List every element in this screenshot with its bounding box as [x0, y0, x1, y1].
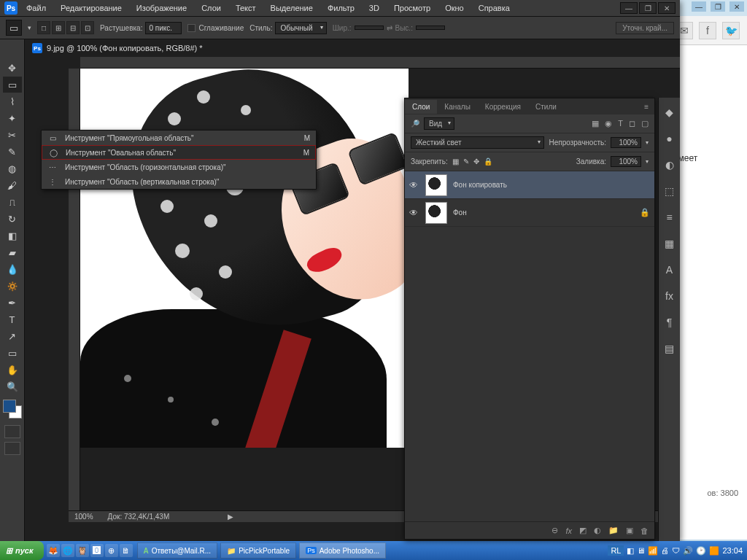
fill-input[interactable]: 100% [611, 156, 641, 167]
adjustment-layer-icon[interactable]: ◐ [594, 526, 601, 535]
facebook-icon[interactable]: f [699, 22, 716, 39]
document-tab[interactable]: Ps 9.jpg @ 100% (Фон копировать, RGB/8#)… [25, 39, 680, 57]
quick-mask-icon[interactable] [4, 425, 20, 438]
layer-name[interactable]: Фон [453, 209, 467, 217]
maximize-icon[interactable]: ❐ [711, 1, 725, 12]
refine-edge-button[interactable]: Уточн. край... [616, 22, 674, 34]
ql-icon[interactable]: 🦊 [47, 544, 60, 557]
stamp-tool-icon[interactable]: ⎍ [3, 194, 22, 210]
chevron-down-icon[interactable]: ▾ [646, 139, 649, 146]
tray-icon[interactable]: 🛡 [672, 546, 680, 555]
dock-icon[interactable]: ◐ [662, 158, 677, 172]
tab-styles[interactable]: Стили [528, 100, 564, 114]
menu-layer[interactable]: Слои [196, 2, 227, 14]
tray-icon[interactable]: ◧ [627, 546, 634, 556]
trash-icon[interactable]: 🗑 [640, 526, 649, 535]
visibility-icon[interactable]: 👁 [409, 208, 419, 218]
panel-menu-icon[interactable]: ≡ [637, 100, 654, 114]
lasso-tool-icon[interactable]: ⌇ [3, 93, 22, 109]
hand-tool-icon[interactable]: ✋ [3, 362, 22, 378]
lock-move-icon[interactable]: ✥ [473, 158, 479, 166]
layer-thumbnail[interactable] [425, 174, 447, 196]
dock-icon[interactable]: ● [662, 131, 677, 146]
selection-sub-icon[interactable]: ⊟ [66, 21, 80, 34]
marquee-tool-icon[interactable]: ▭ [3, 77, 22, 93]
lock-all-icon[interactable]: 🔒 [484, 158, 492, 166]
menu-image[interactable]: Изображение [131, 2, 193, 14]
maximize-button[interactable]: ❐ [639, 2, 657, 14]
dock-icon[interactable]: A [662, 262, 677, 277]
menu-view[interactable]: Просмотр [388, 2, 436, 14]
dock-icon[interactable]: fx [662, 289, 677, 303]
search-icon[interactable]: 🔎 [411, 120, 419, 128]
magic-wand-tool-icon[interactable]: ✦ [3, 110, 22, 126]
dock-icon[interactable]: ▤ [662, 341, 677, 356]
close-icon[interactable]: ✕ [729, 1, 744, 12]
zoom-level[interactable]: 100% [74, 513, 93, 521]
filter-smart-icon[interactable]: ▢ [641, 119, 649, 128]
tab-layers[interactable]: Слои [405, 100, 437, 114]
menu-file[interactable]: Файл [20, 2, 52, 14]
link-layers-icon[interactable]: ⊖ [551, 526, 558, 535]
minimize-button[interactable]: — [620, 2, 638, 14]
lock-trans-icon[interactable]: ▦ [452, 158, 459, 166]
style-dropdown[interactable]: Обычный [275, 22, 326, 34]
tray-icon[interactable]: 📶 [648, 546, 658, 556]
selection-add-icon[interactable]: ⊞ [52, 21, 65, 34]
layer-fx-icon[interactable]: fx [565, 526, 572, 535]
taskbar-button[interactable]: Ps Adobe Photosho... [299, 542, 386, 559]
lock-paint-icon[interactable]: ✎ [463, 158, 469, 166]
crop-tool-icon[interactable]: ✂ [3, 127, 22, 143]
blend-mode-dropdown[interactable]: Жесткий свет [411, 136, 544, 149]
tab-channels[interactable]: Каналы [437, 100, 478, 114]
foreground-color-swatch[interactable] [3, 400, 16, 413]
ql-icon[interactable]: 🅾 [90, 544, 104, 557]
dock-icon[interactable]: ¶ [662, 315, 677, 330]
path-tool-icon[interactable]: ↗ [3, 328, 22, 344]
history-brush-tool-icon[interactable]: ↻ [3, 211, 22, 227]
filter-adjust-icon[interactable]: ◉ [605, 119, 612, 128]
ql-icon[interactable]: 🦉 [76, 544, 89, 557]
color-swatches[interactable] [3, 400, 22, 419]
type-tool-icon[interactable]: T [3, 311, 22, 327]
visibility-icon[interactable]: 👁 [409, 180, 419, 190]
zoom-tool-icon[interactable]: 🔍 [3, 378, 22, 394]
brush-tool-icon[interactable]: 🖌 [3, 177, 22, 193]
layer-name[interactable]: Фон копировать [453, 181, 507, 189]
status-arrow-icon[interactable]: ▶ [228, 513, 233, 521]
new-layer-icon[interactable]: ▣ [626, 526, 633, 535]
taskbar-button[interactable]: A Ответы@Mail.R... [137, 542, 218, 559]
dock-icon[interactable]: ≡ [662, 210, 677, 225]
menu-filter[interactable]: Фильтр [322, 2, 360, 14]
menu-text[interactable]: Текст [230, 2, 262, 14]
flyout-col-marquee[interactable]: ⋮ Инструмент "Область (вертикальная стро… [42, 174, 316, 189]
tray-icon[interactable]: 🖨 [661, 546, 669, 555]
layer-thumbnail[interactable] [425, 202, 447, 224]
menu-3d[interactable]: 3D [363, 2, 385, 14]
dodge-tool-icon[interactable]: 🔅 [3, 278, 22, 294]
shape-tool-icon[interactable]: ▭ [3, 345, 22, 361]
gradient-tool-icon[interactable]: ▰ [3, 244, 22, 260]
tray-icon[interactable]: 🟧 [709, 546, 719, 556]
lang-indicator[interactable]: RL [608, 545, 624, 556]
tray-icon[interactable]: 🖥 [637, 546, 645, 555]
chevron-down-icon[interactable]: ▾ [28, 24, 31, 31]
layer-row[interactable]: 👁 Фон 🔒 [405, 199, 654, 227]
eraser-tool-icon[interactable]: ◧ [3, 228, 22, 244]
filter-shape-icon[interactable]: ◻ [629, 119, 635, 128]
filter-pixel-icon[interactable]: ▦ [592, 119, 599, 128]
selection-new-icon[interactable]: □ [37, 21, 50, 34]
filter-type-icon[interactable]: T [618, 119, 623, 128]
feather-input[interactable]: 0 пикс. [145, 22, 182, 34]
group-icon[interactable]: 📁 [608, 526, 619, 535]
dock-icon[interactable]: ▦ [662, 236, 677, 251]
minimize-icon[interactable]: — [692, 1, 706, 12]
flyout-rect-marquee[interactable]: ▭ Инструмент "Прямоугольная область" M [42, 131, 316, 145]
layer-kind-dropdown[interactable]: Вид [424, 117, 454, 130]
layer-mask-icon[interactable]: ◩ [579, 526, 587, 535]
ql-icon[interactable]: 🗎 [120, 544, 133, 557]
dock-icon[interactable]: ⬚ [662, 184, 677, 198]
menu-window[interactable]: Окно [439, 2, 470, 14]
clock[interactable]: 23:04 [722, 546, 743, 555]
twitter-icon[interactable]: 🐦 [722, 22, 740, 39]
